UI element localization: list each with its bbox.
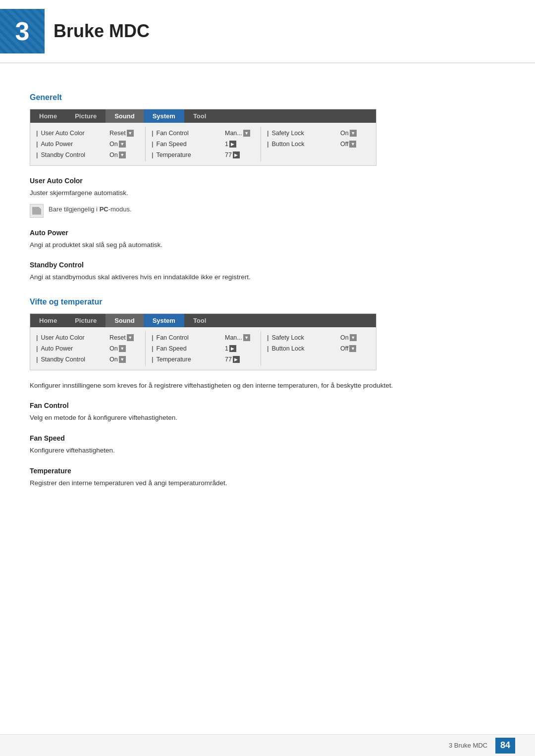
dropdown-arrow-5[interactable]: ▼ (350, 130, 357, 137)
value-standby-2[interactable]: On ▼ (109, 356, 139, 363)
chapter-number: 3 (15, 18, 30, 44)
value-fan-speed-1[interactable]: 1 ▶ (225, 141, 255, 148)
dropdown-arrow-6[interactable]: ▼ (349, 141, 356, 148)
label-user-auto-color-2: User Auto Color (36, 334, 109, 341)
label-temperature-2: Temperature (152, 356, 225, 363)
footer-text: 3 Bruke MDC (449, 742, 487, 749)
dropdown-arrow-4[interactable]: ▼ (243, 130, 250, 137)
value-button-lock-1[interactable]: Off ▼ (340, 141, 370, 148)
label-safety-lock-1: Safety Lock (267, 130, 340, 137)
tab-tool-2[interactable]: Tool (184, 314, 215, 327)
tab-system-1[interactable]: System (144, 109, 184, 123)
text-vifte-description: Konfigurer innstillingene som kreves for… (30, 380, 505, 391)
dropdown-arrow-7[interactable]: ▼ (127, 334, 134, 341)
menu-row-user-auto-color-2: User Auto Color Reset ▼ (35, 332, 140, 343)
value-standby-1[interactable]: On ▼ (109, 151, 139, 158)
subsection-temperature: Temperature (30, 467, 505, 475)
text-auto-power: Angi at produktet skal slå seg på automa… (30, 240, 505, 251)
tab-system-2[interactable]: System (144, 314, 184, 327)
menu-col-1-1: User Auto Color Reset ▼ Auto Power On ▼ … (30, 127, 145, 161)
menu-widget-vifte: Home Picture Sound System Tool User Auto… (30, 313, 376, 370)
tab-home-1[interactable]: Home (30, 109, 66, 123)
menu-widget-generelt: Home Picture Sound System Tool User Auto… (30, 109, 376, 166)
dropdown-arrow-10[interactable]: ▼ (243, 334, 250, 341)
value-fan-control-2[interactable]: Man... ▼ (225, 334, 255, 341)
text-user-auto-color: Juster skjermfargene automatisk. (30, 188, 505, 199)
chapter-box: 3 (0, 9, 45, 53)
dropdown-arrow-11[interactable]: ▼ (350, 334, 357, 341)
main-content: Generelt Home Picture Sound System Tool … (0, 63, 535, 520)
menu-row-standby-2: Standby Control On ▼ (35, 354, 140, 365)
menu-col-2-3: Safety Lock On ▼ Button Lock Off ▼ (261, 331, 376, 366)
menu-row-temperature-2: Temperature 77 ▶ (151, 354, 256, 365)
label-fan-speed-2: Fan Speed (152, 345, 225, 352)
menu-tabs-1: Home Picture Sound System Tool (30, 109, 376, 123)
tab-home-2[interactable]: Home (30, 314, 66, 327)
label-auto-power-1: Auto Power (36, 141, 109, 148)
footer-page-number: 84 (495, 738, 515, 754)
page-header: 3 Bruke MDC (0, 0, 535, 63)
label-standby-2: Standby Control (36, 356, 109, 363)
menu-row-auto-power-2: Auto Power On ▼ (35, 343, 140, 354)
value-fan-control-1[interactable]: Man... ▼ (225, 130, 255, 137)
menu-row-fan-control-1: Fan Control Man... ▼ (151, 128, 256, 139)
value-user-auto-color-1[interactable]: Reset ▼ (109, 130, 139, 137)
dropdown-arrow-8[interactable]: ▼ (119, 345, 126, 352)
dropdown-arrow-2[interactable]: ▼ (119, 141, 126, 148)
value-auto-power-2[interactable]: On ▼ (109, 345, 139, 352)
chapter-title: Bruke MDC (54, 21, 150, 42)
label-auto-power-2: Auto Power (36, 345, 109, 352)
subsection-user-auto-color: User Auto Color (30, 177, 505, 185)
note-icon (30, 204, 44, 218)
page-footer: 3 Bruke MDC 84 (0, 734, 535, 756)
menu-col-1-2: Fan Control Man... ▼ Fan Speed 1 ▶ Tempe… (145, 127, 261, 161)
label-safety-lock-2: Safety Lock (267, 334, 340, 341)
menu-row-button-lock-1: Button Lock Off ▼ (266, 139, 371, 150)
dropdown-arrow-3[interactable]: ▼ (119, 151, 126, 158)
arrow-right-4[interactable]: ▶ (233, 356, 240, 363)
arrow-right-2[interactable]: ▶ (233, 151, 240, 158)
menu-row-safety-lock-2: Safety Lock On ▼ (266, 332, 371, 343)
section-vifte: Vifte og temperatur (30, 298, 505, 306)
tab-picture-2[interactable]: Picture (66, 314, 106, 327)
text-temperature: Registrer den interne temperaturen ved å… (30, 478, 505, 489)
value-temperature-2[interactable]: 77 ▶ (225, 356, 255, 363)
label-button-lock-2: Button Lock (267, 345, 340, 352)
menu-row-standby-1: Standby Control On ▼ (35, 150, 140, 160)
menu-tabs-2: Home Picture Sound System Tool (30, 314, 376, 327)
menu-body-1: User Auto Color Reset ▼ Auto Power On ▼ … (30, 123, 376, 165)
value-temperature-1[interactable]: 77 ▶ (225, 151, 255, 158)
subsection-fan-speed: Fan Speed (30, 434, 505, 442)
value-fan-speed-2[interactable]: 1 ▶ (225, 345, 255, 352)
menu-row-temperature-1: Temperature 77 ▶ (151, 150, 256, 160)
tab-picture-1[interactable]: Picture (66, 109, 106, 123)
text-standby-control: Angi at standbymodus skal aktiveres hvis… (30, 272, 505, 283)
menu-row-fan-speed-1: Fan Speed 1 ▶ (151, 139, 256, 150)
label-fan-control-2: Fan Control (152, 334, 225, 341)
note-text-pc-mode: Bare tilgjengelig i PC-modus. (49, 203, 132, 213)
arrow-right-1[interactable]: ▶ (229, 141, 236, 148)
dropdown-arrow-12[interactable]: ▼ (349, 345, 356, 352)
label-standby-1: Standby Control (36, 151, 109, 158)
note-icon-inner (32, 207, 41, 215)
value-safety-lock-2[interactable]: On ▼ (340, 334, 370, 341)
label-button-lock-1: Button Lock (267, 141, 340, 148)
subsection-auto-power: Auto Power (30, 229, 505, 237)
value-button-lock-2[interactable]: Off ▼ (340, 345, 370, 352)
dropdown-arrow-9[interactable]: ▼ (119, 356, 126, 363)
menu-col-2-2: Fan Control Man... ▼ Fan Speed 1 ▶ Tempe… (145, 331, 261, 366)
dropdown-arrow[interactable]: ▼ (127, 130, 134, 137)
menu-row-safety-lock-1: Safety Lock On ▼ (266, 128, 371, 139)
menu-col-1-3: Safety Lock On ▼ Button Lock Off ▼ (261, 127, 376, 161)
arrow-right-3[interactable]: ▶ (229, 345, 236, 352)
value-auto-power-1[interactable]: On ▼ (109, 141, 139, 148)
text-fan-control: Velg en metode for å konfigurere vifteha… (30, 412, 505, 423)
menu-body-2: User Auto Color Reset ▼ Auto Power On ▼ … (30, 327, 376, 370)
tab-tool-1[interactable]: Tool (184, 109, 215, 123)
subsection-standby-control: Standby Control (30, 261, 505, 269)
tab-sound-1[interactable]: Sound (106, 109, 143, 123)
value-safety-lock-1[interactable]: On ▼ (340, 130, 370, 137)
label-user-auto-color-1: User Auto Color (36, 130, 109, 137)
tab-sound-2[interactable]: Sound (106, 314, 143, 327)
value-user-auto-color-2[interactable]: Reset ▼ (109, 334, 139, 341)
